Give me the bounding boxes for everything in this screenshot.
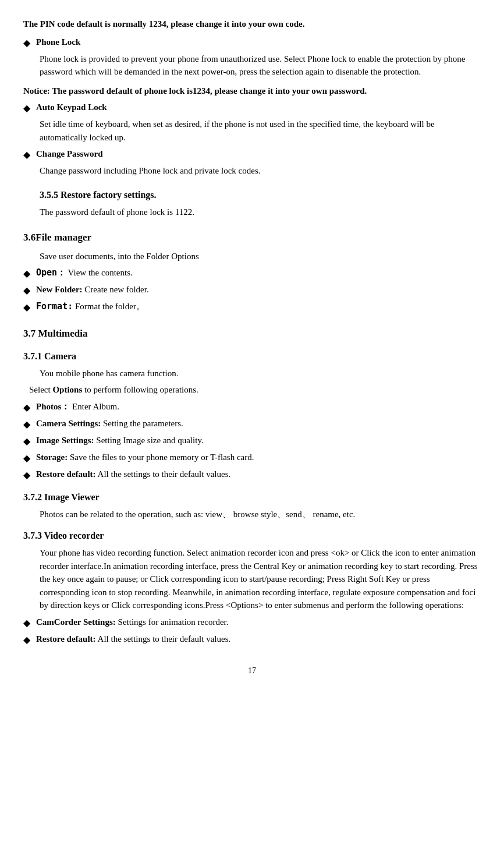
camera-settings-label: Camera Settings:: [36, 419, 101, 428]
open-text: View the contents.: [66, 268, 133, 277]
video-restore-text: All the settings to their default values…: [96, 634, 231, 644]
file-manager-heading: 3.6File manager: [23, 230, 481, 245]
camera-select-options: Select Options to perform following oper…: [29, 383, 481, 397]
bullet-diamond-12: ◆: [23, 616, 30, 630]
format-label: Format:: [36, 301, 73, 312]
options-bold: Options: [52, 385, 82, 394]
file-manager-item-newfolder: ◆ New Folder: Create new folder.: [23, 283, 481, 298]
camera-settings-text: Setting the parameters.: [101, 419, 183, 428]
restore-factory-description: The password default of phone lock is 11…: [40, 206, 481, 219]
photos-text: Enter Album.: [70, 402, 119, 411]
auto-keypad-lock-bullet: ◆ Auto Keypad Lock: [23, 101, 481, 115]
file-manager-item-open: ◆ Open： View the contents.: [23, 266, 481, 281]
change-password-bullet: ◆ Change Password: [23, 147, 481, 162]
phone-lock-label: Phone Lock: [36, 36, 80, 49]
camcorder-text: Settings for animation recorder.: [116, 617, 229, 627]
image-viewer-description: Photos can be related to the operation, …: [40, 508, 481, 521]
video-item-restore-default: ◆ Restore default: All the settings to t…: [23, 632, 481, 647]
storage-label: Storage:: [36, 453, 68, 462]
bullet-diamond-13: ◆: [23, 633, 30, 647]
camera-item-restore-default: ◆ Restore default: All the settings to t…: [23, 468, 481, 482]
camera-heading: 3.7.1 Camera: [23, 349, 481, 363]
auto-keypad-lock-label: Auto Keypad Lock: [36, 101, 107, 114]
camera-item-storage: ◆ Storage: Save the files to your phone …: [23, 451, 481, 465]
bullet-diamond-2: ◆: [23, 101, 30, 115]
newfolder-text: Create new folder.: [83, 285, 149, 294]
video-recorder-heading: 3.7.3 Video recorder: [23, 529, 481, 543]
multimedia-heading: 3.7 Multimedia: [23, 326, 481, 341]
video-restore-label: Restore default:: [36, 634, 96, 644]
bullet-diamond-3: ◆: [23, 148, 30, 162]
camcorder-label: CamCorder Settings:: [36, 617, 116, 627]
file-manager-intro: Save user documents, into the Folder Opt…: [40, 250, 481, 263]
camera-item-settings: ◆ Camera Settings: Setting the parameter…: [23, 417, 481, 432]
auto-keypad-lock-description: Set idle time of keyboard, when set as d…: [40, 118, 481, 144]
image-settings-text: Setting Image size and quality.: [94, 436, 204, 445]
intro-pin-notice: The PIN code default is normally 1234, p…: [23, 17, 481, 31]
page-number: 17: [23, 664, 481, 677]
bullet-diamond-4: ◆: [23, 267, 30, 281]
bullet-diamond-7: ◆: [23, 401, 30, 415]
image-settings-label: Image Settings:: [36, 436, 94, 445]
video-recorder-description: Your phone has video recording function.…: [40, 546, 481, 612]
storage-text: Save the files to your phone memory or T…: [68, 453, 254, 462]
image-viewer-heading: 3.7.2 Image Viewer: [23, 490, 481, 504]
camera-item-image-settings: ◆ Image Settings: Setting Image size and…: [23, 434, 481, 448]
bullet-diamond-11: ◆: [23, 468, 30, 482]
bullet-diamond-6: ◆: [23, 301, 30, 314]
change-password-description: Change password including Phone lock and…: [40, 164, 481, 178]
camera-item-photos: ◆ Photos： Enter Album.: [23, 400, 481, 415]
camera-intro: You mobile phone has camera function.: [40, 367, 481, 380]
notice-text: Notice: The password default of phone lo…: [23, 84, 481, 98]
bullet-diamond-9: ◆: [23, 434, 30, 448]
phone-lock-description: Phone lock is provided to prevent your p…: [40, 52, 481, 79]
camera-restore-text: All the settings to their default values…: [96, 469, 231, 479]
phone-lock-bullet: ◆ Phone Lock: [23, 36, 481, 50]
format-text: Format the folder。: [73, 302, 145, 311]
change-password-label: Change Password: [36, 147, 103, 161]
video-item-camcorder-settings: ◆ CamCorder Settings: Settings for anima…: [23, 616, 481, 630]
newfolder-label: New Folder:: [36, 285, 83, 294]
photos-label: Photos：: [36, 402, 70, 411]
camera-restore-label: Restore default:: [36, 469, 96, 479]
bullet-diamond-10: ◆: [23, 451, 30, 465]
bullet-diamond-8: ◆: [23, 418, 30, 432]
bullet-diamond: ◆: [23, 36, 30, 50]
file-manager-item-format: ◆ Format: Format the folder。: [23, 300, 481, 314]
restore-factory-heading: 3.5.5 Restore factory settings.: [40, 188, 481, 202]
open-label: Open：: [36, 267, 66, 278]
bullet-diamond-5: ◆: [23, 284, 30, 298]
